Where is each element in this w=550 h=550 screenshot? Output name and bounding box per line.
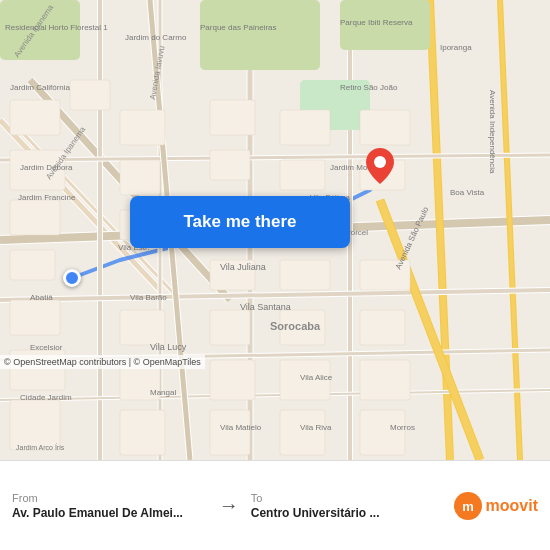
map-attribution: © OpenStreetMap contributors | © OpenMap… [0, 355, 205, 369]
destination-pin [366, 148, 394, 188]
svg-rect-62 [280, 410, 325, 455]
svg-text:Morros: Morros [390, 423, 415, 432]
svg-text:Iporanga: Iporanga [440, 43, 472, 52]
svg-text:Parque das Paineiras: Parque das Paineiras [200, 23, 277, 32]
svg-rect-50 [120, 410, 165, 455]
svg-rect-66 [360, 310, 405, 345]
svg-rect-57 [280, 110, 330, 145]
route-from-name: Av. Paulo Emanuel De Almei... [12, 506, 207, 520]
svg-text:Jardim Califórnia: Jardim Califórnia [10, 83, 71, 92]
svg-rect-44 [10, 400, 60, 450]
svg-text:Sorocaba: Sorocaba [270, 320, 321, 332]
svg-rect-48 [120, 310, 165, 345]
svg-text:Excelsior: Excelsior [30, 343, 63, 352]
svg-text:Cidade Jardim: Cidade Jardim [20, 393, 72, 402]
svg-rect-55 [210, 360, 255, 400]
svg-rect-46 [120, 160, 160, 195]
route-to: To Centro Universitário ... [251, 492, 446, 520]
svg-text:Avenida Independência: Avenida Independência [488, 90, 497, 174]
svg-text:Retiro São João: Retiro São João [340, 83, 398, 92]
route-from-label: From [12, 492, 207, 504]
svg-text:Jardim Débora: Jardim Débora [20, 163, 73, 172]
svg-text:Vila Riva: Vila Riva [300, 423, 332, 432]
svg-text:Residencial Horto Florestal 1: Residencial Horto Florestal 1 [5, 23, 108, 32]
route-to-label: To [251, 492, 446, 504]
take-me-there-button[interactable]: Take me there [130, 196, 350, 248]
svg-text:Mangal: Mangal [150, 388, 176, 397]
svg-rect-51 [210, 100, 255, 135]
svg-text:Jardim do Carmo: Jardim do Carmo [125, 33, 187, 42]
route-arrow-icon: → [215, 494, 243, 517]
route-to-name: Centro Universitário ... [251, 506, 446, 520]
map-container: Avenida Ipanema Avenida Ipanema Avenida … [0, 0, 550, 460]
svg-rect-40 [10, 200, 60, 235]
svg-text:Boa Vista: Boa Vista [450, 188, 485, 197]
svg-text:Vila Lucy: Vila Lucy [150, 342, 187, 352]
svg-rect-37 [10, 100, 60, 135]
svg-rect-56 [210, 410, 250, 455]
moovit-brand-text: moovit [486, 497, 538, 515]
svg-text:Vila Juliana: Vila Juliana [220, 262, 266, 272]
moovit-icon: m [454, 492, 482, 520]
svg-text:m: m [462, 499, 474, 514]
svg-text:Vila Santana: Vila Santana [240, 302, 291, 312]
svg-text:Jardim Francine: Jardim Francine [18, 193, 76, 202]
svg-text:Vila Matielo: Vila Matielo [220, 423, 262, 432]
svg-text:Vila Barão: Vila Barão [130, 293, 167, 302]
moovit-logo: m moovit [454, 492, 538, 520]
svg-rect-67 [360, 360, 410, 400]
svg-rect-54 [210, 310, 250, 345]
svg-rect-52 [210, 150, 250, 180]
svg-rect-38 [70, 80, 110, 110]
svg-rect-58 [280, 160, 325, 190]
svg-point-103 [374, 156, 386, 168]
app: Avenida Ipanema Avenida Ipanema Avenida … [0, 0, 550, 550]
bottom-bar: From Av. Paulo Emanuel De Almei... → To … [0, 460, 550, 550]
origin-pin [63, 269, 81, 287]
svg-rect-45 [120, 110, 165, 145]
svg-rect-68 [360, 410, 405, 455]
route-from: From Av. Paulo Emanuel De Almei... [12, 492, 207, 520]
svg-text:Vila Alice: Vila Alice [300, 373, 333, 382]
svg-rect-63 [360, 110, 410, 145]
svg-text:Abatiá: Abatiá [30, 293, 53, 302]
svg-text:Jardim Arco Íris: Jardim Arco Íris [16, 443, 65, 451]
svg-rect-42 [10, 300, 60, 335]
svg-rect-41 [10, 250, 55, 280]
svg-rect-34 [200, 0, 320, 70]
svg-rect-59 [280, 260, 330, 290]
svg-text:Parque Ibiti Reserva: Parque Ibiti Reserva [340, 18, 413, 27]
